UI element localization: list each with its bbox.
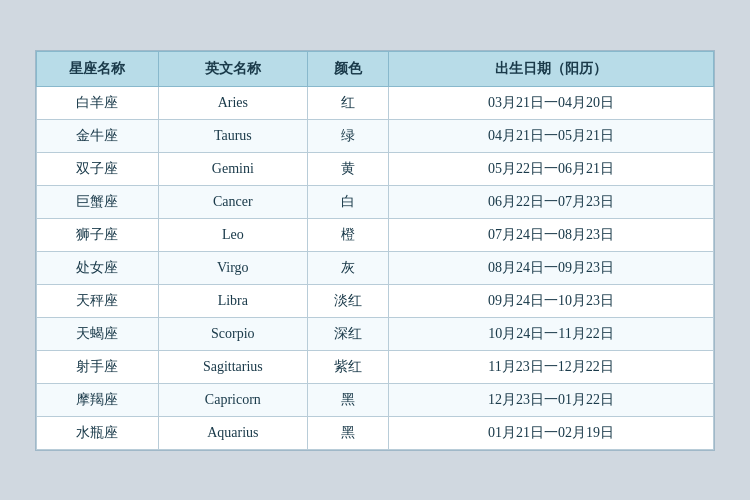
cell-date: 11月23日一12月22日 (389, 350, 714, 383)
cell-date: 07月24日一08月23日 (389, 218, 714, 251)
cell-zh: 白羊座 (37, 86, 159, 119)
header-color: 颜色 (307, 51, 388, 86)
table-row: 白羊座Aries红03月21日一04月20日 (37, 86, 714, 119)
table-row: 双子座Gemini黄05月22日一06月21日 (37, 152, 714, 185)
cell-color: 黑 (307, 383, 388, 416)
header-en: 英文名称 (158, 51, 307, 86)
cell-color: 橙 (307, 218, 388, 251)
cell-en: Libra (158, 284, 307, 317)
cell-en: Aquarius (158, 416, 307, 449)
cell-date: 05月22日一06月21日 (389, 152, 714, 185)
table-row: 处女座Virgo灰08月24日一09月23日 (37, 251, 714, 284)
table-row: 天蝎座Scorpio深红10月24日一11月22日 (37, 317, 714, 350)
cell-date: 04月21日一05月21日 (389, 119, 714, 152)
zodiac-table-container: 星座名称 英文名称 颜色 出生日期（阳历） 白羊座Aries红03月21日一04… (35, 50, 715, 451)
cell-zh: 天蝎座 (37, 317, 159, 350)
table-header-row: 星座名称 英文名称 颜色 出生日期（阳历） (37, 51, 714, 86)
cell-en: Taurus (158, 119, 307, 152)
header-date: 出生日期（阳历） (389, 51, 714, 86)
cell-date: 12月23日一01月22日 (389, 383, 714, 416)
cell-zh: 双子座 (37, 152, 159, 185)
cell-zh: 金牛座 (37, 119, 159, 152)
cell-date: 08月24日一09月23日 (389, 251, 714, 284)
cell-color: 绿 (307, 119, 388, 152)
cell-en: Scorpio (158, 317, 307, 350)
cell-en: Sagittarius (158, 350, 307, 383)
table-row: 金牛座Taurus绿04月21日一05月21日 (37, 119, 714, 152)
cell-color: 灰 (307, 251, 388, 284)
cell-zh: 天秤座 (37, 284, 159, 317)
cell-zh: 狮子座 (37, 218, 159, 251)
cell-en: Leo (158, 218, 307, 251)
cell-date: 10月24日一11月22日 (389, 317, 714, 350)
cell-zh: 巨蟹座 (37, 185, 159, 218)
table-row: 摩羯座Capricorn黑12月23日一01月22日 (37, 383, 714, 416)
table-row: 水瓶座Aquarius黑01月21日一02月19日 (37, 416, 714, 449)
cell-color: 淡红 (307, 284, 388, 317)
cell-color: 白 (307, 185, 388, 218)
cell-en: Capricorn (158, 383, 307, 416)
cell-color: 黑 (307, 416, 388, 449)
cell-en: Gemini (158, 152, 307, 185)
cell-date: 03月21日一04月20日 (389, 86, 714, 119)
cell-date: 09月24日一10月23日 (389, 284, 714, 317)
table-row: 狮子座Leo橙07月24日一08月23日 (37, 218, 714, 251)
table-row: 天秤座Libra淡红09月24日一10月23日 (37, 284, 714, 317)
cell-color: 紫红 (307, 350, 388, 383)
table-row: 射手座Sagittarius紫红11月23日一12月22日 (37, 350, 714, 383)
cell-en: Virgo (158, 251, 307, 284)
cell-color: 深红 (307, 317, 388, 350)
cell-date: 06月22日一07月23日 (389, 185, 714, 218)
cell-color: 黄 (307, 152, 388, 185)
cell-zh: 摩羯座 (37, 383, 159, 416)
cell-en: Aries (158, 86, 307, 119)
cell-date: 01月21日一02月19日 (389, 416, 714, 449)
header-zh: 星座名称 (37, 51, 159, 86)
cell-zh: 处女座 (37, 251, 159, 284)
table-row: 巨蟹座Cancer白06月22日一07月23日 (37, 185, 714, 218)
cell-zh: 射手座 (37, 350, 159, 383)
cell-zh: 水瓶座 (37, 416, 159, 449)
cell-color: 红 (307, 86, 388, 119)
cell-en: Cancer (158, 185, 307, 218)
zodiac-table: 星座名称 英文名称 颜色 出生日期（阳历） 白羊座Aries红03月21日一04… (36, 51, 714, 450)
